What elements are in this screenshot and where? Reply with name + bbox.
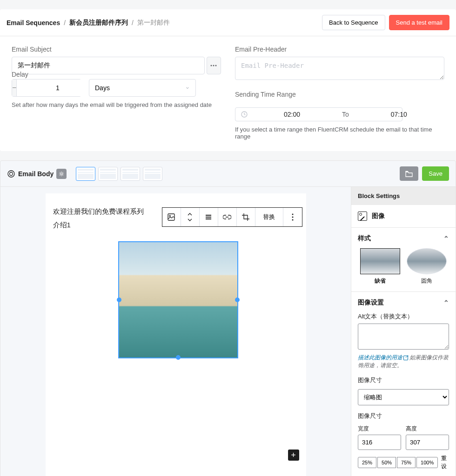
breadcrumb-parent[interactable]: 新会员注册邮件序列 [69, 19, 128, 27]
settings-gear-badge[interactable] [56, 169, 67, 179]
resize-handle-right[interactable] [235, 298, 240, 302]
breadcrumb-root[interactable]: Email Sequences [7, 19, 60, 26]
style-rounded-option[interactable]: 圆角 [407, 248, 447, 285]
svg-point-11 [292, 219, 293, 221]
folder-button[interactable] [400, 166, 418, 181]
template-thumb-1[interactable] [76, 167, 95, 181]
email-body-title: Email Body [18, 170, 54, 178]
svg-point-6 [60, 173, 62, 175]
svg-point-1 [213, 65, 215, 66]
time-from-input[interactable] [251, 111, 333, 118]
delay-label: Delay [12, 71, 28, 78]
pct-50-button[interactable]: 50% [377, 457, 396, 468]
time-to-input[interactable] [358, 111, 440, 118]
svg-point-2 [215, 65, 217, 66]
email-subject-input[interactable] [12, 57, 205, 74]
link-button[interactable] [218, 208, 237, 226]
alt-text-label: Alt文本（替换文本） [358, 312, 449, 321]
preheader-input[interactable] [235, 57, 444, 80]
time-range-label: Sending Time Range [235, 91, 444, 98]
selected-image[interactable] [118, 241, 238, 358]
target-icon [7, 170, 15, 178]
chevron-up-icon: ⌃ [443, 235, 449, 242]
pct-100-button[interactable]: 100% [416, 457, 438, 468]
save-button[interactable]: Save [422, 166, 449, 181]
height-input[interactable] [406, 435, 449, 450]
time-range-input[interactable]: To [235, 107, 402, 121]
image-block-icon[interactable] [162, 208, 181, 226]
replace-button[interactable]: 替换 [255, 208, 283, 226]
width-label: 宽度 [358, 425, 401, 433]
image-size-select[interactable]: 缩略图 [358, 389, 449, 405]
svg-point-8 [169, 215, 171, 217]
style-default-option[interactable]: 缺省 [360, 248, 400, 285]
svg-point-0 [211, 65, 212, 66]
template-thumb-4[interactable] [143, 167, 162, 181]
image-size-label: 图像尺寸 [358, 376, 449, 384]
preheader-label: Email Pre-Header [235, 46, 444, 53]
delay-value-input[interactable] [17, 79, 98, 96]
time-separator: To [333, 111, 358, 118]
subject-more-button[interactable] [207, 57, 221, 74]
dimensions-label: 图像尺寸 [358, 412, 449, 420]
add-block-button[interactable]: + [288, 450, 299, 461]
move-up-down-button[interactable] [181, 208, 200, 226]
pct-25-button[interactable]: 25% [358, 457, 376, 468]
alt-text-input[interactable] [358, 324, 449, 350]
block-toolbar: 替换 [162, 207, 302, 227]
image-settings-toggle[interactable]: 图像设置 ⌃ [358, 298, 449, 307]
breadcrumb-current: 第一封邮件 [137, 19, 170, 27]
send-test-email-button[interactable]: Send a test email [389, 15, 449, 30]
delay-decrement-button[interactable]: − [12, 79, 17, 96]
template-thumb-2[interactable] [98, 167, 118, 181]
width-input[interactable] [358, 435, 401, 450]
editor-canvas[interactable]: 欢迎注册我们的免费课程系列 介绍1 [46, 193, 306, 476]
svg-point-5 [10, 172, 13, 175]
height-label: 高度 [406, 425, 449, 433]
svg-point-4 [8, 171, 14, 177]
resize-handle-bottom[interactable] [176, 355, 181, 360]
alt-help-link[interactable]: 描述此图像的用途 [358, 354, 408, 361]
back-to-sequence-button[interactable]: Back to Sequence [322, 15, 385, 30]
breadcrumb: Email Sequences / 新会员注册邮件序列 / 第一封邮件 [7, 19, 170, 27]
align-button[interactable] [200, 208, 218, 226]
delay-unit-select[interactable]: Days [89, 79, 196, 97]
chevron-up-icon: ⌃ [443, 299, 449, 306]
svg-point-10 [292, 217, 293, 218]
crop-button[interactable] [237, 208, 255, 226]
image-block[interactable] [118, 241, 238, 358]
style-section-toggle[interactable]: 样式 ⌃ [358, 234, 449, 243]
more-options-button[interactable] [283, 208, 302, 226]
svg-point-9 [292, 214, 293, 215]
external-link-icon [403, 356, 408, 360]
delay-number-input[interactable]: − + [12, 79, 81, 97]
sidebar-header: Block Settings [351, 187, 456, 205]
template-thumb-3[interactable] [121, 167, 140, 181]
delay-helper-text: Set after how many days the email will b… [12, 101, 221, 108]
resize-handle-left[interactable] [117, 298, 121, 302]
clock-icon [241, 111, 248, 118]
reset-button[interactable]: 重设 [439, 455, 449, 470]
block-type-title: 图像 [372, 212, 385, 220]
image-icon [358, 212, 367, 221]
pct-75-button[interactable]: 75% [397, 457, 416, 468]
time-helper-text: If you select a time range then FluentCR… [235, 126, 444, 140]
email-subject-label: Email Subject [12, 46, 221, 53]
